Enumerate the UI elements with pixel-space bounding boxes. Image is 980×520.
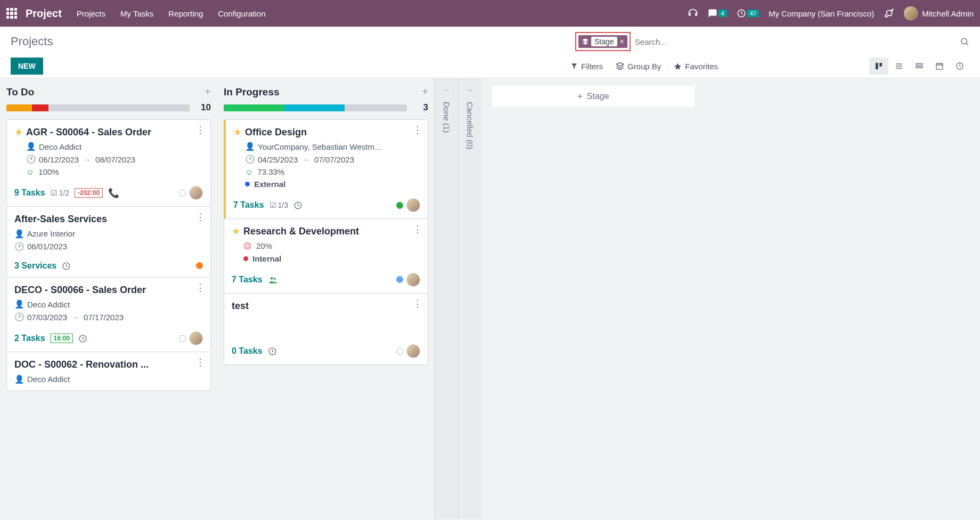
assignee-avatar[interactable] — [189, 186, 203, 200]
debug-icon[interactable] — [884, 8, 894, 19]
user-menu[interactable]: Mitchell Admin — [904, 6, 974, 20]
card-title: Research & Development — [243, 225, 359, 238]
activity-clock-icon[interactable] — [293, 200, 303, 210]
calendar-view-button[interactable] — [930, 58, 949, 75]
groupby-dropdown[interactable]: Group By — [616, 62, 661, 71]
tag-label: External — [254, 180, 285, 189]
status-circle[interactable] — [396, 348, 403, 355]
quick-create-icon[interactable]: + — [422, 86, 428, 98]
milestone-badge[interactable]: ☑ 1/3 — [270, 201, 288, 209]
project-card[interactable]: ⋮ After-Sales Services 👤Azure Interior 🕐… — [6, 206, 211, 277]
form-view-button[interactable] — [910, 58, 929, 75]
card-menu-icon[interactable]: ⋮ — [195, 212, 205, 222]
company-switcher[interactable]: My Company (San Francisco) — [769, 9, 874, 18]
assignee-avatar[interactable] — [406, 198, 420, 212]
partner-name: YourCompany, Sebastian Westm… — [258, 142, 382, 151]
search-area: Stage × — [575, 32, 969, 51]
voip-icon[interactable] — [688, 8, 698, 19]
card-menu-icon[interactable]: ⋮ — [413, 299, 422, 308]
quick-create-icon[interactable]: + — [205, 86, 211, 98]
app-brand[interactable]: Project — [26, 7, 62, 20]
arrow-icon: → — [302, 155, 310, 164]
activities-icon[interactable]: 47 — [737, 9, 759, 18]
activity-clock-icon[interactable] — [268, 346, 277, 356]
svg-rect-4 — [916, 63, 922, 65]
phone-icon[interactable]: 📞 — [108, 188, 119, 199]
menu-reporting[interactable]: Reporting — [168, 9, 203, 18]
activity-clock-icon[interactable] — [62, 261, 71, 271]
tasks-link[interactable]: 0 Tasks — [232, 346, 263, 356]
tasks-link[interactable]: 9 Tasks — [14, 188, 45, 198]
status-circle[interactable] — [396, 276, 403, 283]
project-card[interactable]: ⋮ DECO - S00066 - Sales Order 👤Deco Addi… — [6, 277, 211, 352]
favorites-dropdown[interactable]: Favorites — [674, 62, 718, 71]
tasks-link[interactable]: 2 Tasks — [14, 334, 45, 343]
list-view-button[interactable] — [889, 58, 909, 75]
user-icon: 👤 — [14, 229, 23, 239]
column-in-progress: In Progress + 3 ⋮ ★Office Design 👤YourCo… — [217, 78, 435, 519]
card-title: DOC - S00062 - Renovation ... — [14, 359, 149, 371]
messages-icon[interactable]: 4 — [708, 9, 727, 18]
menu-configuration[interactable]: Configuration — [218, 9, 265, 18]
plus-icon: + — [577, 92, 582, 101]
search-facet-stage[interactable]: Stage × — [578, 35, 627, 48]
status-circle[interactable] — [196, 262, 203, 269]
card-menu-icon[interactable]: ⋮ — [195, 125, 205, 135]
menu-my-tasks[interactable]: My Tasks — [120, 9, 153, 18]
partner-name: Azure Interior — [27, 229, 75, 238]
column-title[interactable]: To Do — [6, 86, 34, 98]
expand-icon: ↔ — [467, 86, 474, 94]
progress-bar[interactable] — [6, 104, 190, 111]
card-menu-icon[interactable]: ⋮ — [413, 224, 422, 234]
remove-facet-icon[interactable]: × — [620, 37, 624, 46]
project-card[interactable]: ⋮ ★Research & Development ☹20% Internal … — [224, 218, 428, 293]
assignee-avatar[interactable] — [406, 273, 420, 287]
menu-projects[interactable]: Projects — [77, 9, 105, 18]
card-menu-icon[interactable]: ⋮ — [195, 283, 205, 292]
star-icon[interactable]: ★ — [14, 126, 23, 138]
clock-icon: 🕐 — [26, 155, 35, 164]
time-badge: 16:00 — [51, 334, 74, 343]
assignee-avatar[interactable] — [189, 331, 203, 345]
star-icon[interactable]: ★ — [232, 225, 240, 237]
card-menu-icon[interactable]: ⋮ — [413, 125, 422, 135]
new-button[interactable]: NEW — [11, 58, 43, 75]
collaborators-icon[interactable] — [268, 274, 278, 285]
milestone-badge[interactable]: ☑ 1/2 — [51, 189, 69, 197]
project-card[interactable]: ⋮ ★Office Design 👤YourCompany, Sebastian… — [224, 119, 428, 219]
svg-rect-6 — [936, 63, 943, 69]
tasks-link[interactable]: 7 Tasks — [232, 275, 263, 285]
card-menu-icon[interactable]: ⋮ — [195, 358, 205, 367]
progress-bar[interactable] — [224, 104, 407, 111]
activity-view-button[interactable] — [950, 58, 969, 75]
add-stage-button[interactable]: + Stage — [492, 86, 695, 107]
kanban-view-button[interactable] — [869, 58, 888, 75]
status-circle[interactable] — [396, 202, 403, 209]
column-cancelled-collapsed[interactable]: ↔ Cancelled (0) — [458, 78, 481, 519]
add-stage-area: + Stage — [481, 78, 980, 519]
card-title: DECO - S00066 - Sales Order — [14, 284, 146, 296]
search-input[interactable] — [631, 34, 960, 50]
filter-icon — [570, 62, 578, 70]
search-facet-label: Stage — [591, 37, 617, 46]
project-card[interactable]: ⋮ test 0 Tasks — [224, 293, 428, 365]
project-card[interactable]: ⋮ ★AGR - S00064 - Sales Order 👤Deco Addi… — [6, 119, 211, 207]
star-icon[interactable]: ★ — [233, 126, 242, 138]
arrow-icon: → — [71, 313, 79, 322]
clock-icon: 🕐 — [14, 312, 23, 322]
column-title[interactable]: In Progress — [224, 86, 280, 98]
activity-clock-icon[interactable] — [78, 334, 87, 343]
column-done-collapsed[interactable]: ↔ Done (1) — [435, 78, 458, 519]
status-circle[interactable] — [179, 335, 186, 342]
user-icon: 👤 — [14, 299, 23, 309]
project-card[interactable]: ⋮ DOC - S00062 - Renovation ... 👤Deco Ad… — [6, 352, 211, 391]
card-title: After-Sales Services — [14, 213, 107, 225]
filters-dropdown[interactable]: Filters — [570, 62, 603, 71]
tag-dot — [243, 256, 248, 261]
status-circle[interactable] — [179, 190, 186, 197]
assignee-avatar[interactable] — [406, 344, 420, 358]
apps-icon[interactable] — [6, 8, 17, 19]
tasks-link[interactable]: 3 Services — [14, 261, 56, 271]
search-icon[interactable] — [960, 37, 969, 46]
tasks-link[interactable]: 7 Tasks — [233, 200, 264, 210]
